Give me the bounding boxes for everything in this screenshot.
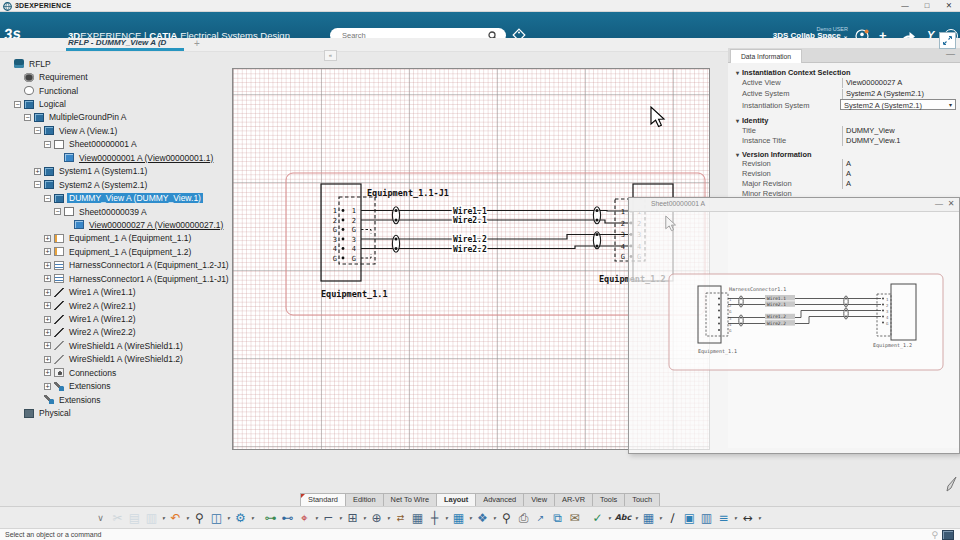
- dropdown-arrow-icon[interactable]: [606, 509, 613, 527]
- tree-item-physical[interactable]: Physical: [4, 406, 230, 419]
- power-search-icon[interactable]: ⚲: [191, 509, 208, 527]
- expand-expander-icon[interactable]: [44, 383, 51, 390]
- display-settings-icon[interactable]: ❖: [474, 509, 491, 527]
- dropdown-arrow-icon[interactable]: [756, 509, 763, 527]
- send-mail-icon[interactable]: ✉: [566, 509, 583, 527]
- tree-item-wire1-2[interactable]: Wire1 A (Wire1.2): [4, 312, 230, 325]
- image-icon[interactable]: ▣: [681, 509, 698, 527]
- tree-item-wireshield1-1[interactable]: WireShield1 A (WireShield1.1): [4, 339, 230, 352]
- section-version-information[interactable]: Version Information: [736, 150, 811, 159]
- collapse-expander-icon[interactable]: [24, 114, 31, 121]
- ribbon-tab-layout[interactable]: Layout: [437, 493, 476, 507]
- connector-j1-box[interactable]: [339, 197, 375, 264]
- validate-icon[interactable]: ✓: [589, 509, 606, 527]
- tree-item-equipment1-2[interactable]: Equipment_1 A (Equipment_1.2): [4, 245, 230, 258]
- expand-expander-icon[interactable]: [44, 329, 51, 336]
- tree-item-sheet00000001[interactable]: Sheet00000001 A: [4, 138, 230, 151]
- tree-item-harnessconnector2[interactable]: HarnessConnector1 A (Equipment_1.1-J1): [4, 272, 230, 285]
- dropdown-arrow-icon[interactable]: [633, 509, 640, 527]
- panel-tab[interactable]: Data Information: [730, 49, 802, 63]
- wire-label[interactable]: Wire2.2: [453, 244, 487, 254]
- wire-label[interactable]: Wire2.1: [767, 302, 786, 307]
- mini-equipment-1-1-label[interactable]: Equipment_1.1: [698, 348, 737, 355]
- mini-connector-label[interactable]: HarnessConnector1.1: [729, 286, 786, 292]
- place-equipment-icon[interactable]: ⊷: [279, 509, 296, 527]
- wire-label[interactable]: Wire1.2: [453, 234, 487, 244]
- mini-equipment-1-2-label[interactable]: Equipment_1.2: [873, 342, 912, 349]
- ribbon-tab-view[interactable]: View: [524, 493, 555, 507]
- layers-icon[interactable]: ⧉: [549, 509, 566, 527]
- dropdown-arrow-icon[interactable]: [467, 509, 474, 527]
- ribbon-tab-touch[interactable]: Touch: [625, 493, 660, 507]
- route-bend-icon[interactable]: ⌐: [320, 509, 337, 527]
- wire-label[interactable]: Wire2.1: [453, 215, 487, 225]
- tree-item-wire1-1[interactable]: Wire1 A (Wire1.1): [4, 285, 230, 298]
- collapse-expander-icon[interactable]: [34, 127, 41, 134]
- tree-item-requirement[interactable]: Requirement: [4, 70, 230, 83]
- wire-label[interactable]: Wire1.1: [767, 296, 786, 301]
- new-tab-button[interactable]: +: [194, 38, 200, 49]
- tree-item-functional[interactable]: Functional: [4, 84, 230, 97]
- expand-expander-icon[interactable]: [44, 248, 51, 255]
- expand-expander-icon[interactable]: [44, 289, 51, 296]
- maximize-icon[interactable]: □: [916, 0, 938, 11]
- align-icon[interactable]: ≡: [715, 509, 732, 527]
- ribbon-tab-tools[interactable]: Tools: [593, 493, 625, 507]
- expand-expander-icon[interactable]: [44, 316, 51, 323]
- ribbon-tab-standard[interactable]: Standard: [300, 493, 346, 507]
- undo-icon[interactable]: ↶: [167, 509, 184, 527]
- expand-expander-icon[interactable]: [44, 275, 51, 282]
- collapse-panel-handle[interactable]: «: [324, 50, 337, 61]
- expand-expander-icon[interactable]: [44, 356, 51, 363]
- dropdown-arrow-icon[interactable]: [184, 509, 191, 527]
- ribbon-tab-edition[interactable]: Edition: [346, 493, 384, 507]
- tree-item-dummy-view-selected[interactable]: DUMMY_View A (DUMMY_View.1): [4, 191, 230, 204]
- dropdown-arrow-icon[interactable]: [361, 509, 368, 527]
- tree-item-logical[interactable]: Logical: [4, 97, 230, 110]
- copy-icon[interactable]: ▤: [126, 509, 143, 527]
- ribbon-tab-advanced[interactable]: Advanced: [476, 493, 524, 507]
- arrange-icon[interactable]: ⇄: [392, 509, 409, 527]
- dropdown-arrow-icon[interactable]: [160, 509, 167, 527]
- dropdown-arrow-icon[interactable]: [491, 509, 498, 527]
- expand-expander-icon[interactable]: [44, 342, 51, 349]
- dropdown-arrow-icon[interactable]: [225, 509, 232, 527]
- collapse-expander-icon[interactable]: [14, 101, 21, 108]
- section-instantiation-context[interactable]: Instantiation Context Selection: [736, 68, 850, 77]
- tree-item-extensions-inner[interactable]: Extensions: [4, 380, 230, 393]
- collapse-expander-icon[interactable]: [44, 195, 51, 202]
- tree-item-sheet00000039[interactable]: Sheet00000039 A: [4, 205, 230, 218]
- expand-expander-icon[interactable]: [34, 168, 41, 175]
- close-icon[interactable]: ✕: [938, 0, 960, 11]
- expand-panel-button[interactable]: [939, 32, 956, 49]
- grid-panel-icon[interactable]: ▦: [409, 509, 426, 527]
- expand-expander-icon[interactable]: [44, 262, 51, 269]
- split-route-icon[interactable]: ┼: [426, 509, 443, 527]
- sheet-window[interactable]: Sheet00000001 A — ✕ HarnessConnector1.1 …: [628, 197, 960, 454]
- expand-expander-icon[interactable]: [44, 369, 51, 376]
- equipment-1-1-label[interactable]: Equipment_1.1: [321, 289, 388, 299]
- wire-label[interactable]: Wire1.1: [453, 206, 487, 216]
- wire-label[interactable]: Wire2.2: [767, 321, 786, 326]
- wire-1-1[interactable]: [361, 211, 631, 212]
- assistant-pen-icon[interactable]: [944, 476, 958, 492]
- dimension-icon[interactable]: ↔: [739, 509, 756, 527]
- dropdown-arrow-icon[interactable]: [337, 509, 344, 527]
- minimize-icon[interactable]: —: [894, 0, 916, 11]
- toolbar-overflow-icon[interactable]: ∨: [92, 509, 109, 527]
- section-identity[interactable]: Identity: [736, 116, 768, 125]
- collapse-expander-icon[interactable]: [44, 141, 51, 148]
- tree-item-view00000001[interactable]: View00000001 A (View00000001.1): [4, 151, 230, 164]
- place-connector-icon[interactable]: ⊶: [262, 509, 279, 527]
- wire-2-2[interactable]: [361, 246, 631, 249]
- tree-item-view00000027[interactable]: View00000027 A (View00000027.1): [4, 218, 230, 231]
- zoom-icon[interactable]: ⚲: [498, 509, 515, 527]
- export-icon[interactable]: ↗: [532, 509, 549, 527]
- wire-2-1[interactable]: [361, 220, 631, 223]
- instantiation-system-dropdown[interactable]: System2 A (System2.1)▾: [840, 99, 956, 110]
- dropdown-arrow-icon[interactable]: [313, 509, 320, 527]
- tree-item-system2[interactable]: System2 A (System2.1): [4, 178, 230, 191]
- tree-item-equipment1-1[interactable]: Equipment_1 A (Equipment_1.1): [4, 232, 230, 245]
- tree-item-connections[interactable]: Connections: [4, 366, 230, 379]
- collapse-expander-icon[interactable]: [54, 208, 61, 215]
